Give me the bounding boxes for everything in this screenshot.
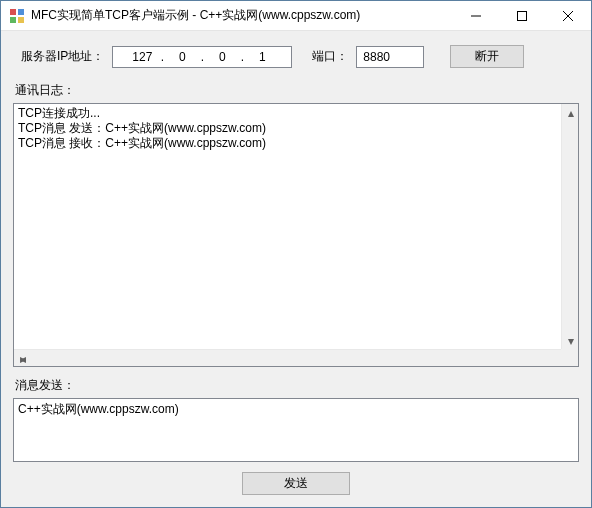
horizontal-scrollbar[interactable]: ◂ ▸: [14, 349, 561, 366]
minimize-button[interactable]: [453, 1, 499, 30]
svg-rect-0: [10, 9, 16, 15]
scroll-up-icon[interactable]: ▴: [562, 104, 579, 121]
maximize-button[interactable]: [499, 1, 545, 30]
ip-input[interactable]: 127 . 0 . 0 . 1: [112, 46, 292, 68]
port-value: 8880: [363, 50, 390, 64]
connection-row: 服务器IP地址： 127 . 0 . 0 . 1 端口： 8880 断开: [13, 45, 579, 68]
titlebar[interactable]: MFC实现简单TCP客户端示例 - C++实战网(www.cppszw.com): [1, 1, 591, 31]
scroll-down-icon[interactable]: ▾: [562, 332, 579, 349]
window-title: MFC实现简单TCP客户端示例 - C++实战网(www.cppszw.com): [31, 7, 453, 24]
ip-octet-1[interactable]: 127: [125, 50, 159, 64]
svg-rect-1: [18, 9, 24, 15]
app-window: MFC实现简单TCP客户端示例 - C++实战网(www.cppszw.com)…: [0, 0, 592, 508]
ip-octet-2[interactable]: 0: [165, 50, 199, 64]
send-textarea[interactable]: C++实战网(www.cppszw.com): [13, 398, 579, 462]
ip-octet-4[interactable]: 1: [245, 50, 279, 64]
log-content[interactable]: TCP连接成功... TCP消息 发送：C++实战网(www.cppszw.co…: [14, 104, 578, 366]
client-area: 服务器IP地址： 127 . 0 . 0 . 1 端口： 8880 断开 通讯日…: [1, 31, 591, 507]
window-controls: [453, 1, 591, 30]
ip-octet-3[interactable]: 0: [205, 50, 239, 64]
scroll-right-icon[interactable]: ▸: [14, 350, 31, 367]
svg-rect-5: [518, 11, 527, 20]
port-input[interactable]: 8880: [356, 46, 424, 68]
send-button[interactable]: 发送: [242, 472, 350, 495]
log-label: 通讯日志：: [15, 82, 579, 99]
close-button[interactable]: [545, 1, 591, 30]
disconnect-button[interactable]: 断开: [450, 45, 524, 68]
scroll-corner: [561, 349, 578, 366]
svg-rect-3: [18, 17, 24, 23]
server-ip-label: 服务器IP地址：: [21, 48, 104, 65]
svg-rect-2: [10, 17, 16, 23]
send-button-row: 发送: [13, 472, 579, 495]
app-icon: [9, 8, 25, 24]
vertical-scrollbar[interactable]: ▴ ▾: [561, 104, 578, 349]
send-label: 消息发送：: [15, 377, 579, 394]
send-value: C++实战网(www.cppszw.com): [18, 402, 179, 416]
log-textarea[interactable]: TCP连接成功... TCP消息 发送：C++实战网(www.cppszw.co…: [13, 103, 579, 367]
port-label: 端口：: [312, 48, 348, 65]
